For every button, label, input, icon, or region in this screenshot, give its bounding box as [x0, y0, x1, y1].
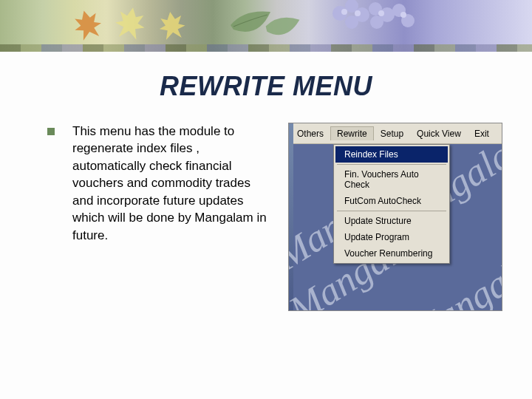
green-leaf-icon: [262, 13, 303, 46]
dropdown-reindex-files[interactable]: Reindex Files: [335, 146, 448, 163]
svg-point-12: [400, 12, 406, 18]
dropdown-separator: [337, 211, 446, 211]
bullet-text: This menu has the module to regenerate i…: [72, 123, 269, 244]
dropdown-separator: [337, 164, 446, 165]
svg-point-6: [370, 16, 383, 29]
menu-setup[interactable]: Setup: [374, 126, 410, 141]
dropdown-update-program[interactable]: Update Program: [335, 229, 448, 245]
dropdown-voucher-renumbering[interactable]: Voucher Renumbering: [335, 245, 448, 262]
decorative-banner: [0, 0, 532, 52]
maple-leaf-icon: [112, 4, 149, 46]
maple-leaf-icon: [70, 6, 106, 46]
banner-stripe: [0, 44, 532, 52]
menu-quick-view[interactable]: Quick View: [410, 126, 468, 141]
menu-exit[interactable]: Exit: [468, 126, 496, 141]
dropdown-futcom-auto-check[interactable]: FutCom AutoCheck: [335, 193, 448, 209]
screenshot-left-edge: [289, 123, 293, 311]
svg-point-9: [341, 9, 347, 15]
svg-point-3: [345, 16, 358, 29]
content-row: This menu has the module to regenerate i…: [0, 102, 532, 311]
app-menubar: Others Rewrite Setup Quick View Exit: [289, 123, 502, 144]
rewrite-dropdown: Reindex Files Fin. Vouchers Auto Check F…: [333, 144, 450, 264]
svg-point-10: [355, 10, 361, 16]
app-screenshot: Mangalam Mangalam Mangalam Mangalam Othe…: [288, 123, 502, 311]
bullet-square-icon: [47, 128, 55, 135]
bullet-block: This menu has the module to regenerate i…: [47, 123, 269, 311]
menu-others[interactable]: Others: [290, 126, 330, 141]
maple-leaf-icon: [157, 9, 188, 45]
page-title: REWRITE MENU: [0, 71, 532, 102]
dropdown-update-structure[interactable]: Update Structure: [335, 213, 448, 229]
svg-point-11: [378, 10, 384, 16]
dropdown-fin-vouchers-auto-check[interactable]: Fin. Vouchers Auto Check: [335, 166, 448, 193]
menu-rewrite[interactable]: Rewrite: [330, 126, 374, 140]
